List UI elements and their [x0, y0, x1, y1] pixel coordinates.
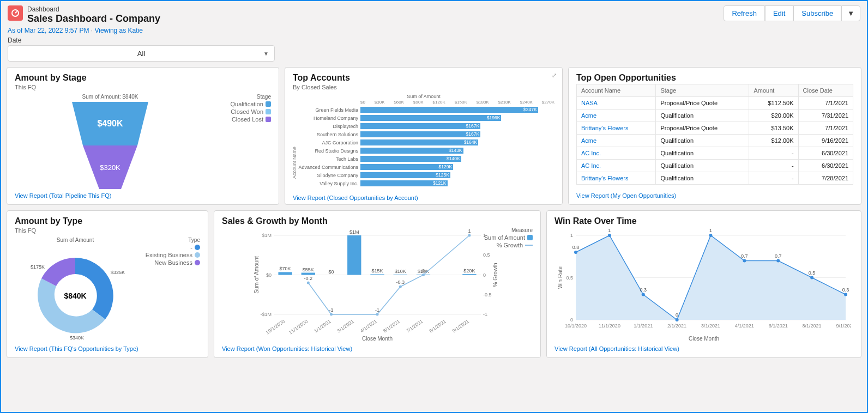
- view-report-link[interactable]: View Report (All Opportunities: Historic…: [554, 342, 853, 352]
- account-link[interactable]: Brittany's Flowers: [581, 175, 628, 181]
- svg-rect-22: [302, 273, 315, 275]
- view-report-link[interactable]: View Report (Total Pipeline This FQ): [15, 189, 271, 199]
- svg-point-78: [676, 318, 679, 321]
- card-title: Amount by Stage: [15, 73, 271, 83]
- card-subtitle: By Closed Sales: [293, 84, 554, 90]
- svg-text:Win Rate: Win Rate: [557, 266, 563, 289]
- svg-text:0.5: 0.5: [483, 252, 490, 258]
- timestamp: As of Mar 22, 2022 9:57 PM: [8, 27, 89, 34]
- svg-text:4/1/2021: 4/1/2021: [735, 323, 754, 329]
- x-axis-ticks: $0$30K$60K$90K$120K$150K$180K$210K$240K$…: [360, 100, 554, 105]
- account-link[interactable]: AC Inc.: [581, 162, 601, 169]
- refresh-button[interactable]: Refresh: [724, 5, 765, 21]
- svg-point-50: [422, 274, 425, 276]
- svg-text:-1: -1: [329, 307, 334, 313]
- svg-line-39: [377, 287, 400, 314]
- svg-text:$10K: $10K: [395, 269, 406, 274]
- legend-item: New Business: [140, 259, 200, 266]
- account-link[interactable]: Acme: [581, 112, 596, 119]
- x-axis-title: Sum of Amount: [293, 94, 554, 99]
- legend-title: Type: [140, 237, 200, 243]
- subscribe-button[interactable]: Subscribe: [793, 5, 841, 21]
- legend-title: Measure: [473, 227, 533, 233]
- svg-text:$490K: $490K: [97, 119, 123, 128]
- svg-text:% Growth: % Growth: [492, 263, 498, 287]
- svg-point-74: [608, 234, 611, 237]
- bar-row: Advanced Communications$129K: [293, 163, 554, 171]
- svg-text:-1: -1: [483, 312, 487, 317]
- svg-rect-20: [278, 272, 292, 275]
- svg-line-41: [423, 235, 469, 275]
- svg-text:$15K: $15K: [371, 268, 383, 274]
- svg-text:1: 1: [709, 228, 712, 233]
- svg-text:0.3: 0.3: [842, 287, 849, 293]
- account-link[interactable]: Brittany's Flowers: [581, 125, 628, 131]
- funnel-chart: $490K $320K: [56, 102, 165, 189]
- bar-row: Valley Supply Inc.$121K: [293, 179, 554, 187]
- area-chart: 00.510.810.3010.70.70.50.310/1/202011/1/…: [557, 227, 851, 342]
- svg-text:2/1/2021: 2/1/2021: [667, 323, 686, 329]
- svg-text:4/1/2021: 4/1/2021: [359, 318, 378, 333]
- svg-text:0.8: 0.8: [572, 245, 580, 250]
- svg-rect-28: [370, 274, 384, 275]
- svg-text:0.5: 0.5: [809, 270, 816, 276]
- dashboard-icon: [8, 5, 23, 21]
- more-actions-button[interactable]: ▼: [841, 5, 860, 21]
- svg-text:11/1/2020: 11/1/2020: [288, 318, 309, 335]
- expand-icon[interactable]: ⤢: [552, 72, 557, 79]
- card-top-accounts: ⤢ Top Accounts By Closed Sales Sum of Am…: [285, 67, 563, 205]
- svg-text:$340K: $340K: [70, 335, 84, 341]
- header-eyebrow: Dashboard: [27, 5, 160, 13]
- col-close-date[interactable]: Close Date: [798, 84, 853, 97]
- svg-text:10/1/2020: 10/1/2020: [265, 318, 286, 335]
- opportunities-table: Account Name Stage Amount Close Date NAS…: [576, 84, 853, 185]
- table-row: AC Inc.Qualification-6/30/2021: [577, 147, 853, 160]
- edit-button[interactable]: Edit: [765, 5, 793, 21]
- card-top-open-opportunities: Top Open Opportunities Account Name Stag…: [568, 67, 861, 205]
- card-title: Win Rate Over Time: [554, 216, 853, 226]
- view-report-link[interactable]: View Report (My Open Opportunities): [576, 189, 853, 199]
- col-account[interactable]: Account Name: [577, 84, 656, 97]
- table-row: Brittany's FlowersProposal/Price Quote$1…: [577, 122, 853, 135]
- legend-title: Stage: [211, 94, 271, 100]
- dashboard-meta: As of Mar 22, 2022 9:57 PM · Viewing as …: [1, 27, 867, 37]
- svg-point-52: [468, 234, 471, 237]
- svg-point-80: [709, 234, 713, 237]
- svg-text:-0.2: -0.2: [304, 276, 313, 281]
- bar-row: Homeland Company$196K: [293, 114, 554, 122]
- svg-text:$0: $0: [329, 269, 334, 275]
- svg-point-84: [776, 259, 780, 263]
- col-amount[interactable]: Amount: [749, 84, 798, 97]
- svg-text:$55K: $55K: [303, 267, 314, 272]
- svg-point-76: [642, 293, 645, 296]
- account-link[interactable]: Acme: [581, 137, 596, 144]
- svg-text:-1: -1: [375, 307, 379, 313]
- view-report-link[interactable]: View Report (Won Opportunities: Historic…: [222, 342, 533, 352]
- bar-row: Tech Labs$140K: [293, 155, 554, 163]
- col-stage[interactable]: Stage: [656, 84, 749, 97]
- date-filter-value: All: [137, 50, 145, 58]
- bar-row: AJC Corporation$164K: [293, 138, 554, 147]
- svg-text:7/1/2021: 7/1/2021: [405, 318, 424, 333]
- card-subtitle: This FQ: [15, 84, 271, 90]
- account-link[interactable]: AC Inc.: [581, 150, 601, 156]
- card-title: Amount by Type: [15, 216, 200, 226]
- view-report-link[interactable]: View Report (Closed Opportunities by Acc…: [293, 191, 554, 201]
- svg-text:-0.5: -0.5: [483, 292, 492, 297]
- combo-chart: -$1M$0$1M-1-0.500.51$70K$55K$0$1M$15K$10…: [252, 227, 503, 342]
- svg-text:1: 1: [468, 228, 471, 234]
- svg-text:11/1/2020: 11/1/2020: [599, 323, 620, 329]
- view-report-link[interactable]: View Report (This FQ's Opportunities by …: [15, 342, 200, 352]
- date-filter-select[interactable]: All ▼: [8, 45, 275, 62]
- legend-item: Existing Business: [140, 252, 200, 258]
- account-link[interactable]: NASA: [581, 100, 598, 106]
- bar-row: Green Fields Media$247K: [293, 106, 554, 114]
- svg-text:$840K: $840K: [64, 291, 86, 300]
- svg-text:Close Month: Close Month: [362, 336, 393, 342]
- card-title: Top Accounts: [293, 73, 554, 83]
- card-amount-by-stage: Amount by Stage This FQ Sum of Amount: $…: [7, 67, 279, 205]
- svg-line-37: [308, 283, 331, 314]
- y-axis-title: Account Name: [292, 147, 297, 179]
- donut-title: Sum of Amount: [15, 237, 136, 243]
- card-title: Top Open Opportunities: [576, 73, 853, 83]
